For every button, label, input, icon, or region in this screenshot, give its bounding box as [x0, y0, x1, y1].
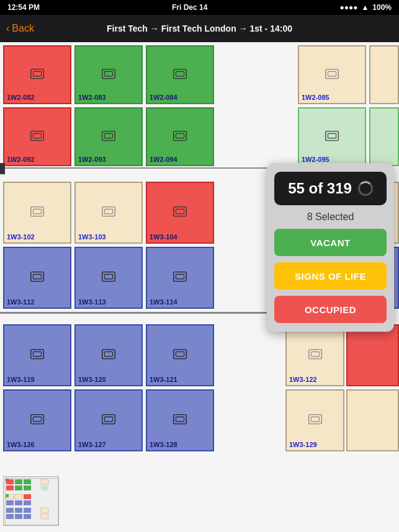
desk-label: 1W3-122 — [289, 376, 317, 383]
svg-rect-21 — [176, 209, 184, 213]
signal-icon: ●●●● — [339, 3, 357, 12]
desk-label: 1W2-093 — [78, 156, 106, 163]
desk-1w3-119[interactable]: 1W3-119 — [3, 324, 71, 386]
svg-rect-46 — [15, 479, 22, 484]
divider-1 — [0, 167, 267, 169]
desk-1w2-096-partial[interactable] — [369, 107, 399, 166]
svg-rect-39 — [104, 417, 112, 421]
desk-1w3-126[interactable]: 1W3-126 — [3, 389, 71, 451]
desk-label: 1W3-126 — [7, 441, 35, 448]
svg-rect-18 — [102, 207, 115, 216]
back-button[interactable]: ‹ Back — [6, 23, 34, 34]
svg-rect-38 — [102, 415, 115, 424]
desk-1w3-127[interactable]: 1W3-127 — [74, 389, 143, 451]
svg-rect-10 — [102, 131, 115, 140]
svg-rect-9 — [33, 133, 41, 138]
svg-rect-4 — [174, 69, 187, 78]
desk-1w3-128[interactable]: 1W3-128 — [146, 389, 214, 451]
svg-rect-62 — [24, 514, 31, 519]
status-date: Fri Dec 14 — [172, 3, 207, 12]
svg-rect-29 — [33, 352, 41, 356]
svg-rect-37 — [33, 417, 41, 421]
desk-1w3-122[interactable]: 1W3-122 — [285, 324, 344, 386]
desk-label: 1W3-103 — [78, 234, 106, 241]
svg-rect-57 — [6, 508, 14, 513]
desk-label: 1W3-102 — [7, 234, 35, 241]
desk-label: 1W3-120 — [78, 376, 106, 383]
desk-1w3-102[interactable]: 1W3-102 — [3, 182, 71, 244]
svg-rect-40 — [174, 415, 187, 424]
desk-label: 1W2-092 — [7, 156, 35, 163]
svg-rect-55 — [15, 500, 22, 505]
svg-rect-56 — [24, 500, 31, 505]
svg-rect-33 — [176, 352, 184, 356]
desk-1w2-083[interactable]: 1W2-083 — [74, 45, 143, 104]
svg-rect-2 — [102, 69, 115, 78]
desk-1w3-120[interactable]: 1W3-120 — [74, 324, 143, 386]
occupied-button[interactable]: OCCUPIED — [274, 296, 387, 323]
status-time: 12:54 PM — [7, 3, 40, 12]
desk-1w2-085[interactable]: 1W2-085 — [298, 45, 366, 104]
desk-label: 1W3-113 — [78, 299, 106, 306]
svg-rect-34 — [308, 350, 321, 359]
svg-rect-1 — [33, 71, 41, 76]
svg-rect-60 — [6, 514, 14, 519]
svg-rect-8 — [31, 131, 44, 140]
desk-label: 1W2-083 — [78, 94, 106, 101]
desk-1w3-114[interactable]: 1W3-114 — [146, 247, 214, 309]
svg-rect-17 — [33, 209, 41, 213]
desk-1w2-092[interactable]: 1W2-092 — [3, 107, 71, 166]
svg-rect-28 — [31, 350, 44, 359]
svg-rect-50 — [24, 485, 31, 490]
desk-label: 1W2-095 — [302, 156, 330, 163]
desk-1w2-093[interactable]: 1W2-093 — [74, 107, 143, 166]
svg-rect-43 — [311, 417, 319, 421]
desk-label: 1W2-084 — [150, 94, 177, 101]
svg-rect-30 — [102, 350, 115, 359]
desk-1w2-082[interactable]: 1W2-082 — [3, 45, 71, 104]
svg-rect-22 — [31, 272, 44, 282]
svg-rect-26 — [174, 272, 187, 282]
svg-rect-20 — [174, 207, 187, 216]
counter-text: 55 of 319 — [288, 180, 352, 197]
minimap[interactable] — [3, 476, 59, 526]
svg-rect-42 — [308, 415, 321, 424]
desk-label: 1W2-094 — [150, 156, 177, 163]
desk-1w3-112[interactable]: 1W3-112 — [3, 247, 71, 309]
svg-rect-47 — [24, 479, 31, 484]
desk-1w3-130-partial[interactable] — [346, 389, 399, 451]
battery-label: 100% — [372, 3, 392, 12]
svg-rect-31 — [104, 352, 112, 356]
svg-rect-27 — [176, 274, 184, 278]
svg-rect-41 — [176, 417, 184, 421]
svg-rect-16 — [31, 207, 44, 216]
desk-label: 1W3-114 — [150, 299, 177, 306]
vacant-button[interactable]: VACANT — [274, 229, 387, 256]
desk-1w3-122b[interactable] — [346, 324, 399, 386]
desk-1w3-104[interactable]: 1W3-104 — [146, 182, 214, 244]
desk-1w2-084[interactable]: 1W2-084 — [146, 45, 214, 104]
back-label: Back — [12, 23, 34, 34]
svg-rect-3 — [104, 71, 112, 76]
svg-rect-25 — [104, 274, 112, 278]
desk-1w2-086-partial[interactable] — [369, 45, 399, 104]
desk-label: 1W2-082 — [7, 94, 35, 101]
desk-1w3-129[interactable]: 1W3-129 — [285, 389, 344, 451]
floor-plan: 1W2-082 1W2-083 1W2-084 1W2-085 1W2-092 … — [0, 42, 399, 532]
svg-rect-5 — [176, 71, 184, 76]
desk-1w2-095[interactable]: 1W2-095 — [298, 107, 366, 166]
desk-1w3-103[interactable]: 1W3-103 — [74, 182, 143, 244]
svg-rect-49 — [15, 485, 22, 490]
svg-rect-52 — [15, 494, 22, 499]
desk-1w3-121[interactable]: 1W3-121 — [146, 324, 214, 386]
svg-rect-63 — [41, 479, 48, 484]
desk-label: 1W3-121 — [150, 376, 177, 383]
nav-bar: ‹ Back First Tech → First Tech London → … — [0, 15, 399, 42]
nav-title: First Tech → First Tech London → 1st - 1… — [107, 24, 292, 33]
desk-1w3-113[interactable]: 1W3-113 — [74, 247, 143, 309]
desk-1w2-094[interactable]: 1W2-094 — [146, 107, 214, 166]
chevron-left-icon: ‹ — [6, 23, 9, 34]
wifi-icon: ▲ — [361, 3, 369, 12]
signs-of-life-button[interactable]: SIGNS OF LIFE — [274, 262, 387, 290]
counter-box: 55 of 319 — [274, 172, 387, 205]
